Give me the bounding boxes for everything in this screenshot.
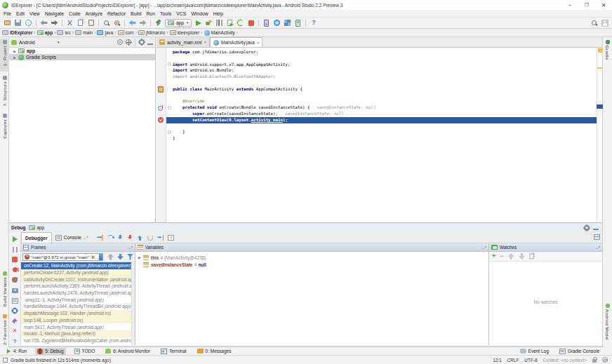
fold-marker-icon[interactable] [168, 130, 171, 134]
encoding-indicator[interactable]: UTF-8 [524, 358, 537, 363]
stack-frame-row[interactable]: main:5417, ActivityThread (android.app) [21, 323, 135, 330]
force-step-into-icon[interactable] [128, 235, 133, 241]
menu-item-help[interactable]: Help [213, 11, 223, 16]
menu-item-refactor[interactable]: Refactor [107, 11, 126, 16]
minimize-button[interactable]: – [561, 0, 578, 10]
menu-item-analyze[interactable]: Analyze [85, 11, 102, 16]
caret-position[interactable]: 12:1 [493, 358, 501, 363]
hide-panel-icon[interactable]: →* [481, 245, 486, 250]
stack-frame-row[interactable]: callActivityOnCreate:1107, Instrumentati… [21, 276, 135, 283]
run-to-cursor-icon[interactable] [157, 235, 164, 241]
resume-button[interactable] [9, 234, 20, 245]
breadcrumb-item[interactable]: MainActivity› [204, 30, 239, 36]
breadcrumb-item[interactable]: jfdimarzio› [138, 30, 170, 35]
redo-button[interactable] [49, 18, 60, 28]
close-session-button[interactable]: ✕ [9, 326, 20, 337]
breadcrumb-item[interactable]: IDExplorer› [2, 30, 37, 35]
stop-button[interactable] [9, 255, 20, 265]
tool-window-button-terminal[interactable]: Terminal [159, 348, 189, 355]
menu-item-view[interactable]: View [29, 11, 40, 16]
debugger-help-button[interactable]: ? [9, 336, 20, 346]
fold-marker-icon[interactable] [168, 106, 171, 109]
pause-button[interactable] [9, 245, 20, 255]
fold-marker-icon[interactable] [168, 62, 171, 66]
run-configuration-select[interactable]: app ▼ [165, 19, 192, 27]
toolwindow-toggle-icon[interactable] [3, 358, 8, 363]
debug-tab-console[interactable]: Console→* [52, 232, 92, 243]
debugger-settings-button[interactable] [9, 306, 20, 316]
menu-item-edit[interactable]: Edit [16, 11, 25, 16]
attach-debugger-button[interactable] [225, 18, 235, 28]
hide-panel-icon[interactable] [147, 40, 153, 45]
warning-stripe-mark[interactable] [597, 67, 602, 69]
stack-frame-row[interactable]: handleLaunchActivity:2476, ActivityThrea… [21, 290, 135, 297]
forward-button[interactable] [138, 18, 148, 28]
menu-item-build[interactable]: Build [131, 11, 141, 16]
show-execution-point-icon[interactable] [97, 235, 103, 241]
inspection-status-icon[interactable] [598, 48, 602, 53]
cut-button[interactable] [65, 18, 75, 28]
breadcrumb-item[interactable]: src› [57, 30, 75, 35]
tool-strip-button-androidmodel[interactable]: Android Model [603, 302, 612, 342]
breadcrumb-item[interactable]: main› [75, 30, 97, 35]
expand-arrow-icon[interactable]: ▶ [13, 49, 18, 53]
step-over-icon[interactable] [107, 235, 114, 241]
stack-frame-row[interactable]: loop:148, Looper (android.os) [21, 317, 135, 324]
stack-frame-row[interactable]: performLaunchActivity:2369, ActivityThre… [21, 283, 135, 290]
collapse-all-icon[interactable] [117, 39, 123, 45]
tool-window-button-gradleconsole[interactable]: Gradle Console [557, 348, 601, 355]
help-button[interactable]: ? [308, 18, 319, 28]
tool-strip-button-captures[interactable]: Captures [0, 112, 9, 140]
move-watch-down-icon[interactable] [519, 253, 525, 259]
stack-frame-row[interactable]: performCreate:6237, Activity (android.ap… [21, 269, 135, 276]
restore-layout-button[interactable] [9, 295, 20, 306]
menu-item-file[interactable]: File [4, 11, 11, 16]
tool-strip-button-gradle[interactable]: Gradle [603, 39, 612, 62]
tool-strip-button-favorites[interactable]: 2: Favorites [0, 313, 9, 351]
tool-window-button-androidmonitor[interactable]: 6: Android Monitor [103, 348, 152, 354]
step-into-icon[interactable] [118, 235, 124, 241]
editor-tab-mainactivityjava[interactable]: MainActivity.java× [210, 37, 262, 47]
stack-frame-row[interactable]: -wrap11:-1, ActivityThread (android.app) [21, 296, 135, 303]
remove-watch-icon[interactable]: − [500, 253, 503, 259]
menu-item-navigate[interactable]: Navigate [45, 11, 64, 16]
menu-item-window[interactable]: Window [191, 11, 208, 16]
hide-panel-icon[interactable]: →* [594, 245, 600, 250]
next-frame-icon[interactable] [117, 254, 124, 260]
android-device-monitor-button[interactable] [293, 18, 303, 28]
hide-panel-icon[interactable]: →* [127, 245, 133, 250]
coverage-button[interactable] [214, 18, 225, 28]
breadcrumb-item[interactable]: app› [37, 30, 58, 35]
lock-icon[interactable] [592, 359, 597, 363]
tree-item-app[interactable]: ▶app [9, 48, 155, 54]
evaluate-expression-icon[interactable] [168, 235, 174, 241]
overrides-method-gutter-icon[interactable] [158, 105, 164, 110]
stack-frame-row[interactable]: onCreate:12, MainActivity (com.jfdimarzi… [21, 262, 135, 269]
run-button[interactable] [193, 18, 204, 28]
project-view-selector[interactable]: Android [19, 40, 35, 45]
execution-stripe-mark[interactable] [597, 105, 603, 109]
variable-row-this[interactable]: ▶this={MainActivity@4238} [135, 254, 488, 261]
stack-frame-row[interactable]: invoke:-1, Method (java.lang.reflect) [21, 330, 135, 337]
scroll-from-source-icon[interactable] [126, 39, 131, 45]
stop-button[interactable] [246, 18, 256, 28]
search-everywhere-button[interactable] [589, 18, 599, 28]
profile-button[interactable] [235, 18, 246, 28]
add-watch-icon[interactable]: + [492, 253, 495, 259]
sync-button[interactable] [23, 18, 34, 28]
menu-item-tools[interactable]: Tools [160, 11, 171, 16]
layout-settings-icon[interactable] [594, 234, 600, 240]
menu-item-run[interactable]: Run [146, 11, 155, 16]
tool-window-button-messages[interactable]: 0: Messages [195, 348, 234, 354]
sdk-manager-button[interactable] [272, 18, 282, 28]
editor-tab-activitymainxml[interactable]: activity_main.xml× [157, 37, 210, 47]
gear-icon[interactable] [139, 39, 145, 45]
maximize-button[interactable]: ❒ [578, 0, 595, 10]
tool-window-button-debug[interactable]: 5: Debug [35, 348, 65, 355]
close-tab-icon[interactable]: × [257, 41, 260, 45]
tool-window-button-eventlog[interactable]: Event Log [518, 348, 551, 354]
avd-manager-button[interactable] [261, 18, 272, 28]
copy-button[interactable] [75, 18, 86, 28]
close-tab-icon[interactable]: × [204, 40, 206, 44]
variable-row-savedinstancestate[interactable]: savedInstanceState=null [135, 261, 488, 268]
